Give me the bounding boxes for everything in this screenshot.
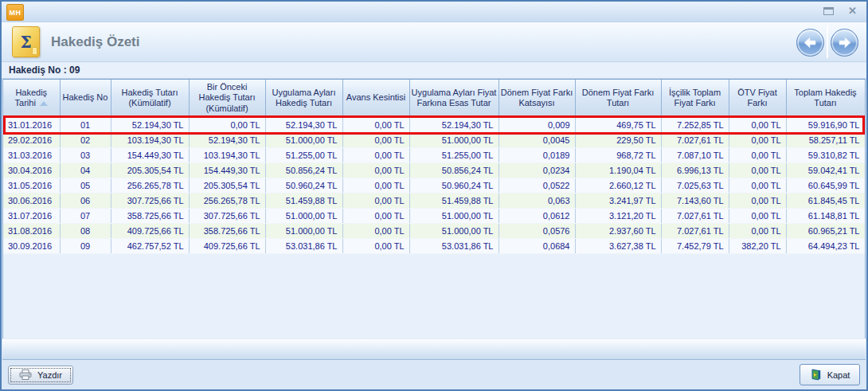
close-button[interactable]: Kapat <box>800 364 860 385</box>
table-row[interactable]: 30.04.201604205.305,54 TL154.449,30 TL50… <box>3 162 865 178</box>
table-cell: 0,00 TL <box>342 162 409 178</box>
table-cell: 51.000,00 TL <box>265 223 342 238</box>
table-cell: 0,00 TL <box>342 117 409 132</box>
table-cell: 50.960,24 TL <box>409 178 499 193</box>
table-cell: 358.725,66 TL <box>111 208 189 223</box>
table-cell: 0,00 TL <box>342 132 409 147</box>
table-row[interactable]: 30.09.201609462.757,52 TL409.725,66 TL53… <box>3 238 865 253</box>
table-cell: 3.121,20 TL <box>575 208 661 223</box>
arrow-right-icon <box>837 35 852 50</box>
column-header-1[interactable]: Hakediş No <box>60 80 111 117</box>
table-cell: 7.027,61 TL <box>661 132 729 147</box>
back-button[interactable] <box>796 29 824 57</box>
table-row[interactable]: 31.03.201603154.449,30 TL103.194,30 TL51… <box>3 147 865 162</box>
column-header-label: Avans Kesintisi <box>346 92 405 102</box>
table-cell: 7.087,10 TL <box>661 147 729 162</box>
table-cell: 0,00 TL <box>729 162 786 178</box>
app-header: Σ Hakediş Özeti <box>2 22 866 62</box>
table-cell: 50.960,24 TL <box>265 178 342 193</box>
sigma-document-icon: Σ <box>12 26 40 57</box>
table-row[interactable]: 31.01.20160152.194,30 TL0,00 TL52.194,30… <box>3 117 865 132</box>
column-header-9[interactable]: İşçilik Toplam Fiyat Farkı <box>661 80 729 117</box>
table-cell: 0,00 TL <box>729 223 786 238</box>
table-cell: 30.04.2016 <box>3 162 60 178</box>
table-cell: 0,0684 <box>499 238 575 253</box>
table-cell: 52.194,30 TL <box>265 117 342 132</box>
table-cell: 0,00 TL <box>342 193 409 208</box>
table-cell: 7.452,79 TL <box>661 238 729 253</box>
print-button[interactable]: Yazdır <box>8 366 73 385</box>
sigma-glyph: Σ <box>20 33 31 52</box>
table-cell: 51.255,00 TL <box>265 147 342 162</box>
table-body: 31.01.20160152.194,30 TL0,00 TL52.194,30… <box>3 117 865 253</box>
table-cell: 58.257,11 TL <box>786 132 865 147</box>
table-cell: 2.660,12 TL <box>575 178 661 193</box>
table-row[interactable]: 31.08.201608409.725,66 TL358.725,66 TL51… <box>3 223 865 238</box>
table-row[interactable]: 31.05.201605256.265,78 TL205.305,54 TL50… <box>3 178 865 193</box>
print-button-label: Yazdır <box>37 370 62 380</box>
table-cell: 7.143,60 TL <box>661 193 729 208</box>
column-header-6[interactable]: Uygulama Ayları Fiyat Farkına Esas Tutar <box>409 80 499 117</box>
table-row[interactable]: 30.06.201606307.725,66 TL256.265,78 TL51… <box>3 193 865 208</box>
sort-ascending-icon <box>40 101 48 106</box>
table-cell: 462.757,52 TL <box>111 238 189 253</box>
table-cell: 0,0189 <box>499 147 575 162</box>
table-cell: 06 <box>60 193 111 208</box>
table-cell: 51.459,88 TL <box>265 193 342 208</box>
table-cell: 0,00 TL <box>342 208 409 223</box>
table-cell: 03 <box>60 147 111 162</box>
table-cell: 7.025,63 TL <box>661 178 729 193</box>
table-cell: 61.148,81 TL <box>786 208 865 223</box>
titlebar[interactable]: MH ✕ <box>2 2 866 22</box>
button-bar: Yazdır Kapat <box>2 360 866 389</box>
table-cell: 7.027,61 TL <box>661 223 729 238</box>
table-cell: 08 <box>60 223 111 238</box>
column-header-label: Bir Önceki Hakediş Tutarı (Kümülatif) <box>199 82 256 114</box>
column-header-11[interactable]: Toplam Hakediş Tutarı <box>786 80 865 117</box>
table-cell: 307.725,66 TL <box>189 208 265 223</box>
table-cell: 103.194,30 TL <box>189 147 265 162</box>
column-header-label: Hakediş Tutarı (Kümülatif) <box>122 88 178 108</box>
table-cell: 307.725,66 TL <box>111 193 189 208</box>
close-button-label: Kapat <box>827 370 850 380</box>
table-cell: 31.08.2016 <box>3 223 60 238</box>
column-header-5[interactable]: Avans Kesintisi <box>342 80 409 117</box>
table-cell: 3.241,97 TL <box>575 193 661 208</box>
forward-button[interactable] <box>831 29 858 57</box>
table-cell: 31.03.2016 <box>3 147 60 162</box>
table-cell: 0,00 TL <box>342 178 409 193</box>
table-cell: 229,50 TL <box>575 132 661 147</box>
column-header-7[interactable]: Dönem Fiyat Farkı Katsayısı <box>499 80 575 117</box>
column-header-3[interactable]: Bir Önceki Hakediş Tutarı (Kümülatif) <box>189 80 265 117</box>
table-row[interactable]: 31.07.201607358.725,66 TL307.725,66 TL51… <box>3 208 865 223</box>
table-cell: 30.06.2016 <box>3 193 60 208</box>
hakedis-no-label: Hakediş No : 09 <box>9 65 80 76</box>
table-cell: 154.449,30 TL <box>111 147 189 162</box>
table-cell: 409.725,66 TL <box>111 223 189 238</box>
arrow-left-icon <box>803 35 818 50</box>
column-header-label: İşçilik Toplam Fiyat Farkı <box>669 88 721 108</box>
table-cell: 0,00 TL <box>729 132 786 147</box>
sigma-icon-tab <box>32 47 37 55</box>
restore-window-icon[interactable] <box>823 7 834 15</box>
table-row[interactable]: 29.02.201602103.194,30 TL52.194,30 TL51.… <box>3 132 865 147</box>
table-cell: 0,00 TL <box>342 238 409 253</box>
grid-footer-band <box>2 338 866 360</box>
table-cell: 3.627,38 TL <box>575 238 661 253</box>
column-header-10[interactable]: ÖTV Fiyat Farkı <box>729 80 786 117</box>
column-header-4[interactable]: Uygulama Ayları Hakediş Tutarı <box>265 80 342 117</box>
table-cell: 1.190,04 TL <box>575 162 661 178</box>
app-badge-icon: MH <box>6 4 24 21</box>
column-header-0[interactable]: Hakediş Tarihi <box>3 80 60 117</box>
table-cell: 64.494,23 TL <box>786 238 865 253</box>
table-cell: 0,009 <box>499 117 575 132</box>
close-window-icon[interactable]: ✕ <box>848 6 857 16</box>
table-cell: 31.01.2016 <box>3 117 60 132</box>
column-header-2[interactable]: Hakediş Tutarı (Kümülatif) <box>111 80 189 117</box>
table-cell: 103.194,30 TL <box>111 132 189 147</box>
column-header-label: Dönem Fiyat Farkı Tutarı <box>582 88 654 108</box>
table-cell: 205.305,54 TL <box>111 162 189 178</box>
column-header-8[interactable]: Dönem Fiyat Farkı Tutarı <box>575 80 661 117</box>
table-cell: 0,0234 <box>499 162 575 178</box>
table-cell: 50.856,24 TL <box>265 162 342 178</box>
